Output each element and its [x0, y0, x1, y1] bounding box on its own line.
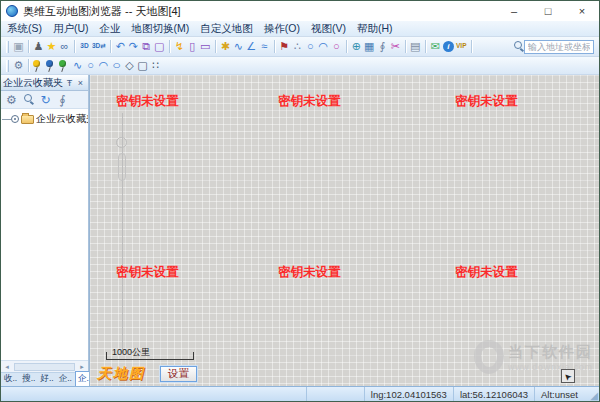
scroll-right-icon[interactable]: ▸	[76, 363, 88, 371]
info-icon[interactable]: i	[443, 41, 454, 52]
sidebar-tab-friends[interactable]: 好..	[38, 372, 55, 386]
measure-angle-icon[interactable]: ∠	[245, 39, 258, 54]
graticule-line	[122, 113, 123, 353]
select-region-icon[interactable]: ▢	[153, 39, 166, 54]
ruler-icon[interactable]: ▯	[186, 39, 199, 54]
user-account-icon[interactable]: ♟	[32, 39, 45, 54]
track-flag-icon[interactable]: ⚑	[278, 39, 291, 54]
status-filler	[1, 387, 306, 401]
maximize-button[interactable]: □	[531, 1, 565, 21]
draw-settings-gear-icon[interactable]: ⚙	[12, 58, 25, 73]
visibility-eye-icon[interactable]	[11, 115, 19, 123]
api-key-warning-label-2: 密钥未设置	[278, 93, 341, 110]
api-key-warning-label-4: 密钥未设置	[116, 264, 179, 281]
draw-polygon-nodes-icon[interactable]: ∷	[149, 58, 162, 73]
minimize-button[interactable]: –	[497, 1, 531, 21]
toolbar-separator	[28, 59, 29, 72]
address-search-input[interactable]	[524, 40, 594, 54]
undo-icon[interactable]: ↶	[114, 39, 127, 54]
draw-toolbar-grip[interactable]	[6, 60, 9, 72]
vip-icon[interactable]: VIP	[455, 39, 468, 54]
scroll-left-icon[interactable]: ◂	[1, 363, 13, 371]
api-key-warning-label-6: 密钥未设置	[455, 264, 518, 281]
lightning-icon[interactable]: ↯	[173, 39, 186, 54]
app-window: 奥维互动地图浏览器 -- 天地图[4] – □ × 系统(S)用户(U)企业地图…	[0, 0, 600, 402]
pin-green-icon[interactable]	[58, 59, 71, 72]
search-binoculars-icon[interactable]: ∞	[58, 39, 71, 54]
message-icon[interactable]: ✉	[429, 39, 442, 54]
watermark-site-name: 当下软件园	[508, 343, 593, 362]
image-icon[interactable]: ▦	[363, 39, 376, 54]
sidebar-tabs: 收..搜..好..企..企.	[1, 372, 88, 386]
sidebar-tab-favorites[interactable]: 收..	[2, 372, 19, 386]
print-icon[interactable]: ▤	[409, 39, 422, 54]
toolbar-separator	[74, 40, 75, 53]
screen-capture-icon[interactable]: ▭	[199, 39, 212, 54]
redo-icon[interactable]: ↷	[127, 39, 140, 54]
menu-item-custom-map[interactable]: 自定义地图	[200, 22, 253, 36]
pin-yellow-icon[interactable]	[32, 59, 45, 72]
pin-blue-icon[interactable]	[45, 59, 58, 72]
map-circle-marker	[116, 137, 127, 148]
favorites-search-icon[interactable]	[22, 93, 35, 106]
cursor-arrow-icon: ➤	[561, 369, 575, 383]
sidebar-title: 企业云收藏夹	[3, 76, 64, 90]
tool-star-icon[interactable]: ✱	[219, 39, 232, 54]
close-icon[interactable]: ×	[75, 78, 86, 88]
pin-icon[interactable]: Ŧ	[64, 78, 75, 88]
toolbar-separator	[405, 40, 406, 53]
favorites-gear-icon[interactable]: ⚙	[5, 92, 18, 107]
menu-item-operation[interactable]: 操作(O)	[264, 22, 300, 36]
clipboard-icon[interactable]: ⧉	[140, 39, 153, 54]
sidebar-tab-search[interactable]: 搜..	[20, 372, 37, 386]
menu-item-map-switch[interactable]: 地图切换(M)	[132, 22, 190, 36]
map-canvas[interactable]: 1000公里 天地图 设置 当下软件园 www.downxia.com ➤ 密钥…	[89, 75, 599, 386]
favorites-sidebar: 企业云收藏夹 Ŧ × ⚙↻∮ 企业云收藏夹[ ◂ ▸ 收..搜..好..企..企…	[1, 75, 89, 386]
title-bar: 奥维互动地图浏览器 -- 天地图[4] – □ ×	[1, 1, 599, 21]
measure-polyline-icon[interactable]: ∿	[232, 39, 245, 54]
status-empty-cell	[306, 387, 364, 401]
menu-item-help[interactable]: 帮助(H)	[357, 22, 393, 36]
draw-circle-icon[interactable]: ○	[84, 58, 97, 73]
measure-curve-icon[interactable]: ≈	[258, 39, 271, 54]
favorites-attach-icon[interactable]: ∮	[56, 92, 69, 107]
draw-toolbar: ⚙∿○◠○◇▢∷	[1, 57, 599, 75]
draw-polyline-icon[interactable]: ∿	[71, 58, 84, 73]
menu-item-view[interactable]: 视图(V)	[311, 22, 346, 36]
draw-toolbar-icons: ⚙∿○◠○◇▢∷	[12, 58, 162, 73]
app-icon	[6, 5, 18, 17]
window-title: 奥维互动地图浏览器 -- 天地图[4]	[23, 4, 497, 19]
resize-grip-icon[interactable]: ◢	[584, 387, 599, 401]
attachment-icon[interactable]: ∮	[376, 39, 389, 54]
map-oval-marker	[118, 153, 126, 181]
favorites-refresh-icon[interactable]: ↻	[39, 92, 52, 107]
main-toolbar-icons: ▣♟★∞3D3D⇄↶↷⧉▢↯▯▭✱∿∠≈⚑∴○◠○⊕▦∮✂▤✉iVIP	[12, 39, 475, 54]
scissors-icon[interactable]: ✂	[389, 39, 402, 54]
toolbar-separator	[346, 40, 347, 53]
tree-item-root[interactable]: 企业云收藏夹[	[2, 112, 88, 126]
ring-select-icon[interactable]: ○	[330, 39, 343, 54]
menu-item-enterprise[interactable]: 企业	[100, 22, 121, 36]
address-search	[477, 40, 597, 54]
menu-item-user[interactable]: 用户(U)	[53, 22, 89, 36]
close-button[interactable]: ×	[565, 1, 599, 21]
globe-icon[interactable]: ⊕	[350, 39, 363, 54]
draw-ellipse-icon[interactable]: ○	[108, 58, 126, 73]
save-icon[interactable]: ▣	[12, 39, 25, 54]
toggle-3d-2d-icon[interactable]: 3D⇄	[91, 39, 107, 54]
draw-rect-nodes-icon[interactable]: ▢	[136, 58, 149, 73]
content-area: 企业云收藏夹 Ŧ × ⚙↻∮ 企业云收藏夹[ ◂ ▸ 收..搜..好..企..企…	[1, 75, 599, 386]
map-scale-bar: 1000公里	[106, 352, 194, 360]
draw-circle-main-icon[interactable]: ○	[304, 39, 317, 54]
view-3d-icon[interactable]: 3D	[78, 39, 91, 54]
favorites-star-icon[interactable]: ★	[45, 39, 58, 54]
sidebar-tab-enterprise-1[interactable]: 企..	[57, 372, 74, 386]
toolbar-grip[interactable]	[6, 41, 9, 53]
draw-arc-main-icon[interactable]: ◠	[317, 39, 330, 54]
key-settings-button[interactable]: 设置	[160, 366, 197, 382]
scatter-points-icon[interactable]: ∴	[291, 39, 304, 54]
scroll-track[interactable]	[14, 363, 75, 371]
menu-item-system[interactable]: 系统(S)	[7, 22, 42, 36]
tree-connector	[2, 119, 11, 120]
favorites-tree: 企业云收藏夹[	[1, 109, 88, 360]
